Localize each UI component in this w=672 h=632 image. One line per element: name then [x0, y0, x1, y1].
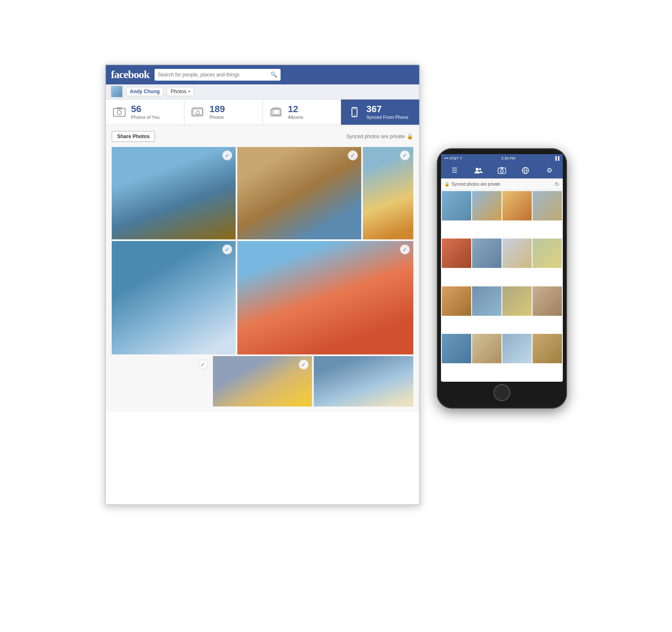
phone-photo-7[interactable] [502, 239, 532, 268]
photo-cell-2[interactable]: ✓ [237, 147, 361, 239]
photo-cell-1[interactable]: ✓ [112, 147, 236, 239]
select-check-4[interactable]: ✓ [222, 244, 232, 254]
stat-label-photos: Photos [210, 115, 225, 120]
select-check-5[interactable]: ✓ [400, 244, 410, 254]
phone-home-button[interactable] [494, 384, 510, 401]
lock-icon: 🔒 [407, 133, 413, 139]
select-check-7[interactable]: ✓ [299, 359, 309, 370]
phone-private-bar: 🔒 Synced photos are private ↻ [441, 178, 563, 190]
phone-carrier: ••• AT&T ▽ [444, 156, 462, 160]
stat-synced[interactable]: 367 Synced From Phone [341, 100, 419, 125]
stat-photos[interactable]: 189 Photos [184, 100, 263, 125]
select-check-3[interactable]: ✓ [400, 150, 410, 160]
stat-label-albums: Albums [288, 115, 304, 120]
phone-photo-10[interactable] [472, 286, 501, 316]
phone-status-bar: ••• AT&T ▽ 2:30 PM ▐▐ [441, 154, 563, 163]
photo-cell-8[interactable] [314, 356, 413, 406]
stat-number-photos: 189 [210, 105, 225, 114]
phone-globe-icon[interactable] [518, 163, 533, 178]
svg-point-11 [354, 115, 355, 115]
share-photos-button[interactable]: Share Photos [112, 131, 155, 142]
phone-photo-2[interactable] [472, 191, 501, 220]
photos-dropdown-button[interactable]: Photos ▾ [167, 87, 194, 96]
mobile-phone: ••• AT&T ▽ 2:30 PM ▐▐ ☰ [437, 148, 567, 409]
phone-photo-5[interactable] [442, 239, 471, 268]
stat-number-photos-of-you: 56 [131, 105, 160, 114]
phone-photo-11[interactable] [502, 286, 532, 316]
photos-header: Share Photos Synced photos are private 🔒 [112, 131, 413, 142]
facebook-logo: facebook [111, 68, 150, 81]
phone-photo-9[interactable] [442, 286, 471, 316]
phone-icon [347, 106, 362, 118]
photos-icon [190, 106, 205, 118]
phone-settings-icon[interactable]: ⚙ [542, 163, 557, 178]
stat-photos-of-you[interactable]: 56 Photos of You [106, 100, 184, 125]
stat-albums[interactable]: 12 Albums [263, 100, 341, 125]
stat-label-photos-of-you: Photos of You [131, 115, 160, 120]
search-icon: 🔍 [270, 71, 277, 78]
phone-nav-bar: ☰ [441, 163, 563, 178]
phone-photo-1[interactable] [442, 191, 471, 220]
phone-menu-icon[interactable]: ☰ [447, 163, 462, 178]
photo-cell-6[interactable]: ✓ [112, 356, 211, 406]
photo-grid-row-1: ✓ ✓ ✓ [112, 147, 413, 239]
photos-of-you-icon [112, 106, 127, 118]
photo-cell-5[interactable]: ✓ [237, 241, 413, 354]
svg-point-5 [196, 111, 200, 114]
svg-point-15 [500, 169, 503, 172]
search-input[interactable] [158, 72, 268, 78]
phone-photo-8[interactable] [533, 239, 562, 268]
phone-photo-3[interactable] [502, 191, 532, 220]
phone-refresh-icon[interactable]: ↻ [555, 181, 559, 187]
select-check-1[interactable]: ✓ [222, 150, 232, 160]
scene: facebook 🔍 Andy Chung Photos ▾ [105, 64, 567, 568]
phone-battery: ▐▐ [554, 156, 559, 160]
phone-friends-icon[interactable] [471, 163, 486, 178]
stat-number-synced: 367 [366, 105, 408, 114]
albums-icon [269, 106, 284, 118]
stat-label-synced: Synced From Phone [366, 115, 408, 120]
select-check-6[interactable]: ✓ [198, 359, 208, 370]
phone-time: 2:30 PM [501, 156, 515, 160]
phone-photo-grid [441, 190, 563, 382]
photo-cell-4[interactable]: ✓ [112, 241, 236, 354]
phone-photo-14[interactable] [472, 334, 501, 363]
svg-point-12 [475, 168, 478, 170]
phone-photo-4[interactable] [533, 191, 562, 220]
photo-cell-7[interactable]: ✓ [213, 356, 312, 406]
photo-grid-row-3: ✓ ✓ [112, 356, 413, 406]
phone-lock-icon: 🔒 [444, 182, 449, 186]
svg-point-1 [117, 110, 121, 115]
phone-photos-icon[interactable] [494, 163, 509, 178]
search-bar[interactable]: 🔍 [155, 69, 281, 81]
phone-photo-12[interactable] [533, 286, 562, 316]
photo-cell-3[interactable]: ✓ [363, 147, 413, 239]
phone-photo-16[interactable] [533, 334, 562, 363]
private-label: Synced photos are private 🔒 [346, 133, 413, 139]
photos-section: Share Photos Synced photos are private 🔒… [106, 125, 419, 412]
user-name-button[interactable]: Andy Chung [126, 87, 163, 96]
facebook-navbar: facebook 🔍 [106, 65, 419, 84]
select-check-2[interactable]: ✓ [348, 150, 358, 160]
svg-rect-0 [113, 108, 125, 116]
sub-navbar: Andy Chung Photos ▾ [106, 84, 419, 100]
avatar [111, 86, 123, 97]
photo-grid-row-2: ✓ ✓ [112, 241, 413, 354]
svg-point-13 [479, 168, 481, 170]
phone-screen: ••• AT&T ▽ 2:30 PM ▐▐ ☰ [441, 154, 563, 382]
phone-private-label: Synced photos are private [452, 182, 500, 186]
stat-number-albums: 12 [288, 105, 304, 114]
phone-photo-6[interactable] [472, 239, 501, 268]
phone-photo-13[interactable] [442, 334, 471, 363]
chevron-down-icon: ▾ [188, 89, 190, 94]
stats-row: 56 Photos of You 189 Photos [106, 100, 419, 125]
desktop-browser: facebook 🔍 Andy Chung Photos ▾ [105, 64, 420, 505]
phone-photo-15[interactable] [502, 334, 532, 363]
